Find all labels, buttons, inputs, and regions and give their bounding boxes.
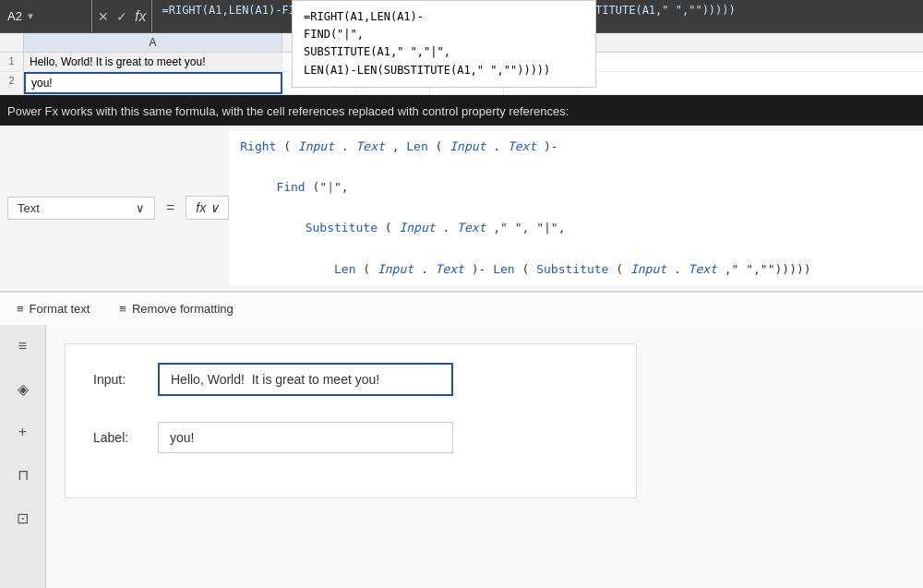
fx-button[interactable]: fx ∨ [186, 196, 229, 220]
pfx-line3: Substitute ( Input . Text ," ", "|", [240, 218, 912, 238]
description-text: Power Fx works with this same formula, w… [0, 95, 923, 126]
formula-popup-line3: SUBSTITUTE(A1," ","|", [304, 45, 450, 58]
insert-function-icon[interactable]: fx [135, 8, 146, 25]
plus-icon[interactable]: + [15, 420, 30, 444]
cancel-formula-icon[interactable]: ✕ [98, 9, 109, 24]
property-selector[interactable]: Text ∨ [7, 197, 155, 220]
powerfx-section: Text ∨ = fx ∨ Right ( Input . Text , Len… [0, 126, 923, 588]
cell-reference-text: A2 [7, 9, 22, 23]
formula-popup-line2: FIND("|", [304, 28, 364, 41]
canvas-area: ≡ ◈ + ⊓ ⊡ Input: Label: [0, 325, 923, 588]
formula-popup-line4: LEN(A1)-LEN(SUBSTITUTE(A1," ",""))))) [304, 64, 550, 77]
formula-popup: =RIGHT(A1,LEN(A1)- FIND("|", SUBSTITUTE(… [292, 0, 596, 88]
row-number-1: 1 [0, 53, 24, 71]
powerfx-format-bar: ≡ Format text ≡ Remove formatting [0, 292, 923, 325]
layers-icon[interactable]: ◈ [14, 377, 32, 402]
row-num-header-spacer [0, 33, 24, 52]
format-text-label: Format text [30, 302, 90, 316]
remove-formatting-label: Remove formatting [132, 302, 234, 316]
canvas-main: Input: Label: [46, 325, 923, 588]
cell-ref-dropdown-icon[interactable]: ▼ [26, 11, 35, 21]
pfx-right-func: Right [240, 139, 276, 153]
cell-a1[interactable]: Hello, World! It is great to meet you! [24, 53, 282, 71]
fx-chevron-icon: ∨ [210, 200, 219, 215]
database-icon[interactable]: ⊓ [14, 462, 32, 487]
input-control-row: Input: [93, 363, 608, 396]
label-control-field[interactable] [158, 422, 453, 453]
fx-label: fx [196, 200, 206, 215]
input-control-label: Input: [93, 372, 158, 387]
powerfx-formula-display[interactable]: Right ( Input . Text , Len ( Input . Tex… [229, 131, 923, 285]
format-text-icon: ≡ [17, 302, 24, 316]
row-number-2: 2 [0, 72, 24, 94]
controls-panel: Input: Label: [65, 343, 637, 498]
cell-reference-box[interactable]: A2 ▼ [0, 0, 92, 32]
formula-action-icons: ✕ ✓ fx [92, 0, 152, 32]
input-control-field[interactable] [158, 363, 453, 396]
confirm-formula-icon[interactable]: ✓ [116, 9, 127, 24]
format-text-button[interactable]: ≡ Format text [11, 298, 95, 319]
property-selector-label: Text [18, 201, 40, 215]
pfx-line2: Find ("|", [240, 177, 912, 198]
pfx-line4: Len ( Input . Text )- Len ( Substitute (… [240, 259, 912, 280]
pfx-input-ref1: Input [298, 139, 334, 153]
cell-a2[interactable]: you! [24, 72, 282, 94]
equals-sign: = [155, 199, 186, 216]
label-control-label: Label: [93, 430, 158, 445]
label-control-row: Label: [93, 422, 608, 453]
remove-formatting-icon: ≡ [119, 302, 126, 316]
excel-section: A2 ▼ ✕ ✓ fx =RIGHT(A1,LEN(A1)-FIND("|",S… [0, 0, 923, 95]
formula-popup-line1: =RIGHT(A1,LEN(A1)- [304, 10, 424, 23]
left-sidebar: ≡ ◈ + ⊓ ⊡ [0, 325, 46, 588]
component-icon[interactable]: ⊡ [13, 506, 32, 531]
pfx-line1: Right ( Input . Text , Len ( Input . Tex… [240, 137, 912, 157]
hamburger-icon[interactable]: ≡ [15, 334, 30, 358]
col-header-a[interactable]: A [24, 33, 282, 52]
powerfx-formula-bar: Text ∨ = fx ∨ Right ( Input . Text , Len… [0, 126, 923, 292]
property-selector-chevron: ∨ [136, 201, 145, 215]
remove-formatting-button[interactable]: ≡ Remove formatting [114, 298, 238, 319]
